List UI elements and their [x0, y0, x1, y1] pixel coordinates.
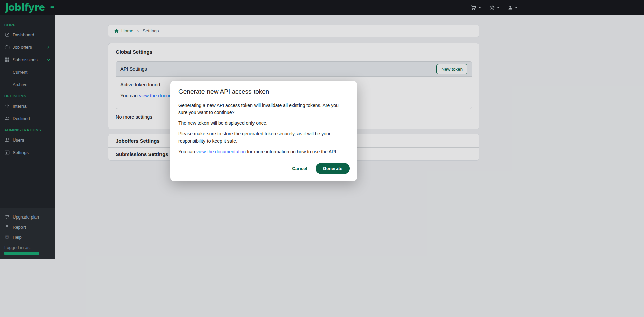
documentation-link[interactable]: view the documentation [196, 149, 246, 154]
modal-doc-prefix: You can [178, 149, 196, 154]
modal-paragraph: The new token will be displayed only onc… [178, 120, 349, 127]
modal-doc-suffix: for more information on how to use the A… [246, 149, 337, 154]
modal-header: Generate new API access token [170, 81, 357, 100]
modal-paragraph: Generating a new API access token will i… [178, 102, 349, 116]
cancel-button[interactable]: Cancel [292, 166, 307, 171]
modal-paragraph: Please make sure to store the generated … [178, 130, 349, 145]
modal-paragraph: You can view the documentation for more … [178, 148, 349, 155]
modal-title: Generate new API access token [178, 88, 349, 95]
modal-footer: Cancel Generate [170, 160, 357, 181]
modal-body: Generating a new API access token will i… [170, 100, 357, 160]
generate-token-modal: Generate new API access token Generating… [170, 81, 357, 181]
generate-button[interactable]: Generate [316, 163, 350, 174]
